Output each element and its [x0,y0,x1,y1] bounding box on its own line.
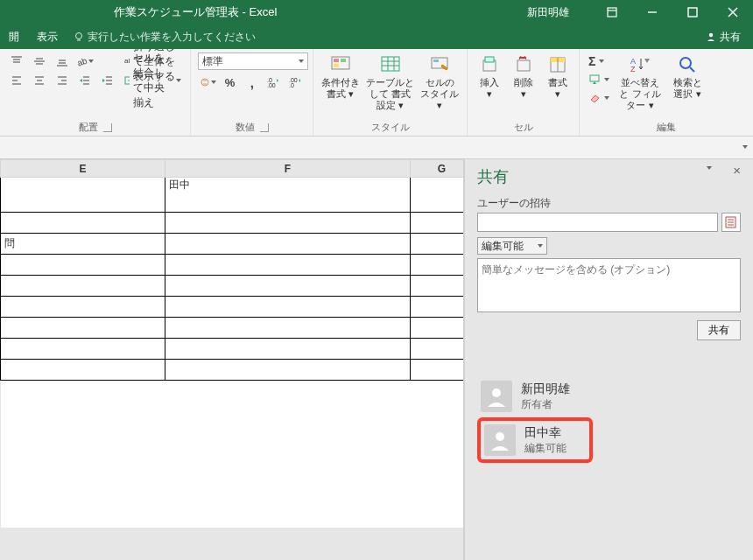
align-left-icon[interactable] [7,72,26,89]
cell[interactable] [165,318,411,339]
cell[interactable] [1,276,165,297]
autosum-button[interactable]: Σ [587,52,611,70]
tell-me-search[interactable]: 実行したい作業を入力してください [74,30,256,45]
cell[interactable] [411,339,465,360]
cell[interactable] [411,276,465,297]
align-right-icon[interactable] [53,72,72,89]
svg-point-72 [492,388,501,397]
group-alignment: ab ab 折り返して全体を表示する セルを結合して中央揃え [0,49,191,136]
cell[interactable] [165,297,411,318]
address-book-icon[interactable] [721,213,741,232]
format-button[interactable]: 書式▾ [543,52,572,100]
column-header-g[interactable]: G [411,160,465,178]
share-button-header[interactable]: 共有 [706,30,741,45]
cell[interactable] [1,339,165,360]
increase-indent-icon[interactable] [98,72,117,89]
sort-icon: AZ [630,55,651,74]
cell[interactable] [1,360,165,381]
sort-filter-button[interactable]: AZ 並べ替えと フィルター ▾ [616,52,664,111]
svg-point-66 [680,58,691,68]
column-header-e[interactable]: E [1,160,165,178]
conditional-formatting-button[interactable]: 条件付き 書式 ▾ [320,52,361,100]
group-editing: Σ AZ 並べ替えと フィルター ▾ 検索と 選択 ▾ 編集 [580,49,753,136]
share-panel: × 共有 ユーザーの招待 編集可能 共有 新田明雄 所有者 田中幸 編集可能 [464,159,753,560]
cell[interactable] [1,213,165,234]
decrease-decimal-icon[interactable]: .00.0 [287,74,306,91]
cell[interactable] [165,276,411,297]
worksheet-grid[interactable]: E F G 田中 問 [0,159,464,560]
message-input[interactable] [477,258,741,312]
group-number: 標準 % , .0.00 .00.0 数値 [191,49,313,136]
alignment-launcher-icon[interactable] [103,123,112,132]
align-middle-icon[interactable] [30,52,49,70]
cell[interactable] [165,360,411,381]
comma-icon[interactable]: , [243,74,261,91]
cell[interactable] [1,318,165,339]
share-submit-button[interactable]: 共有 [697,320,741,340]
maximize-icon[interactable] [672,0,713,24]
cell[interactable]: 問 [1,234,165,255]
svg-rect-47 [382,57,399,71]
formula-bar[interactable] [0,136,753,159]
shared-person-editor[interactable]: 田中幸 編集可能 [481,423,570,458]
cell[interactable] [165,255,411,276]
current-user[interactable]: 新田明雄 [527,5,569,20]
tab-open[interactable]: 開 [0,24,28,49]
cell[interactable] [165,213,411,234]
format-icon [548,55,567,74]
decrease-indent-icon[interactable] [75,72,95,89]
person-role: 所有者 [521,397,570,412]
ribbon-display-icon[interactable] [592,0,632,24]
permission-select[interactable]: 編集可能 [477,237,547,255]
cell[interactable] [165,339,411,360]
expand-formula-bar-icon[interactable] [742,145,748,149]
svg-text:Z: Z [630,65,636,74]
cell[interactable]: 田中 [165,178,411,213]
cell[interactable] [411,255,465,276]
document-title: 作業スケジュール管理表 - Excel [114,4,277,20]
delete-button[interactable]: 削除▾ [509,52,538,100]
cell[interactable] [411,234,465,255]
orientation-icon[interactable]: ab [75,52,95,70]
merge-center-button[interactable]: セルを結合して中央揃え [123,72,183,89]
ribbon: ab ab 折り返して全体を表示する セルを結合して中央揃え [0,49,753,136]
column-header-f[interactable]: F [165,160,411,178]
cell[interactable] [411,318,465,339]
cell[interactable] [411,213,465,234]
percent-icon[interactable]: % [221,74,239,91]
cell[interactable] [411,297,465,318]
cell[interactable] [165,234,411,255]
close-icon[interactable] [713,0,753,24]
svg-text:ab: ab [124,57,130,65]
tab-view[interactable]: 表示 [28,24,67,49]
cell-styles-button[interactable]: セルの スタイル ▾ [420,52,461,111]
person-name: 新田明雄 [521,382,570,397]
svg-text:.0: .0 [289,82,294,88]
fill-button[interactable] [587,71,611,88]
find-select-button[interactable]: 検索と 選択 ▾ [669,52,706,100]
cell[interactable] [1,255,165,276]
shared-person-owner[interactable]: 新田明雄 所有者 [477,375,741,417]
cell[interactable] [411,360,465,381]
cell[interactable] [1,297,165,318]
increase-decimal-icon[interactable]: .0.00 [265,74,284,91]
number-launcher-icon[interactable] [260,123,269,132]
panel-close-icon[interactable]: × [733,166,741,175]
clear-button[interactable] [587,89,611,107]
align-top-icon[interactable] [7,52,26,70]
minimize-icon[interactable] [632,0,672,24]
cell[interactable] [411,178,465,213]
insert-button[interactable]: 挿入▾ [475,52,503,100]
cell[interactable] [1,178,165,213]
highlighted-person: 田中幸 編集可能 [477,417,593,463]
panel-menu-icon[interactable] [707,166,712,170]
number-format-combo[interactable]: 標準 [198,52,308,70]
avatar-icon [484,424,516,456]
align-center-icon[interactable] [30,72,49,89]
invite-input[interactable] [477,213,718,232]
accounting-format-icon[interactable] [198,74,217,91]
svg-text:ab: ab [76,55,88,67]
format-as-table-button[interactable]: テーブルとして 書式設定 ▾ [366,52,415,111]
svg-rect-3 [688,8,697,17]
align-bottom-icon[interactable] [53,52,72,70]
